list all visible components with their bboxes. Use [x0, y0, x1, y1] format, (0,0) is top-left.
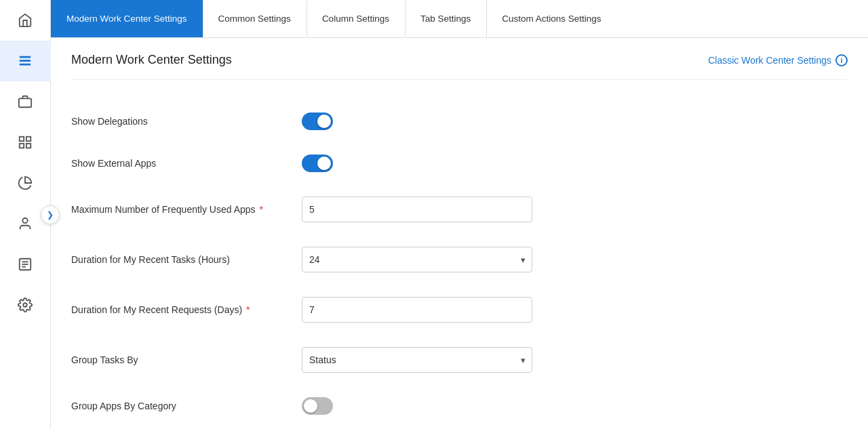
setting-row-group-tasks-by: Group Tasks By Status Priority Category …: [71, 335, 722, 385]
toggle-thumb-group-apps: [304, 399, 317, 413]
setting-control-duration-recent-requests: [302, 297, 532, 323]
svg-rect-3: [19, 98, 31, 107]
setting-row-duration-recent-tasks: Duration for My Recent Tasks (Hours) 8 1…: [71, 234, 722, 285]
setting-control-show-delegations: [302, 113, 532, 130]
toggle-thumb-show-delegations: [317, 115, 331, 128]
toggle-show-delegations[interactable]: [302, 113, 333, 130]
required-marker-max-frequently-used: *: [257, 204, 263, 215]
sidebar-item-briefcase[interactable]: [0, 81, 51, 122]
tab-common[interactable]: Common Settings: [203, 0, 307, 37]
sidebar-item-report[interactable]: [0, 244, 51, 285]
tab-column[interactable]: Column Settings: [307, 0, 405, 37]
main-panel: Modern Work Center Settings Common Setti…: [51, 0, 868, 429]
svg-point-8: [22, 218, 27, 223]
page-header: Modern Work Center Settings Classic Work…: [71, 38, 848, 80]
svg-point-13: [23, 303, 27, 307]
select-group-tasks-by[interactable]: Status Priority Category None: [302, 347, 532, 373]
sidebar-item-apps[interactable]: [0, 122, 51, 163]
setting-row-show-external-apps: Show External Apps: [71, 142, 722, 184]
sidebar-collapse-button[interactable]: ❯: [41, 205, 60, 224]
classic-link-label: Classic Work Center Settings: [708, 55, 831, 66]
select-wrapper-group-tasks-by: Status Priority Category None ▾: [302, 347, 532, 373]
tab-tab[interactable]: Tab Settings: [405, 0, 486, 37]
settings-area: Show Delegations Show External Apps: [71, 100, 722, 429]
setting-label-group-tasks-by: Group Tasks By: [71, 354, 288, 365]
setting-control-max-frequently-used: [302, 197, 532, 222]
sidebar-item-home[interactable]: [0, 0, 51, 41]
setting-control-show-external-apps: [302, 155, 532, 172]
setting-row-duration-recent-requests: Duration for My Recent Requests (Days) *: [71, 285, 722, 335]
svg-rect-1: [20, 60, 31, 62]
setting-label-show-delegations: Show Delegations: [71, 116, 288, 127]
tab-modern[interactable]: Modern Work Center Settings: [51, 0, 203, 37]
page-title: Modern Work Center Settings: [71, 53, 232, 67]
select-duration-recent-tasks[interactable]: 8 12 24 48 72: [302, 247, 532, 272]
svg-rect-5: [26, 137, 31, 141]
select-wrapper-duration-recent-tasks: 8 12 24 48 72 ▾: [302, 247, 532, 272]
sidebar-item-workcenter[interactable]: [0, 41, 51, 81]
setting-label-group-apps-by-category: Group Apps By Category: [71, 401, 288, 411]
tab-custom[interactable]: Custom Actions Settings: [486, 0, 616, 37]
required-marker-recent-requests: *: [243, 304, 250, 315]
sidebar-item-settings[interactable]: [0, 285, 51, 325]
setting-label-show-external-apps: Show External Apps: [71, 158, 288, 169]
setting-label-duration-recent-requests: Duration for My Recent Requests (Days) *: [71, 304, 288, 315]
svg-rect-4: [20, 137, 24, 141]
toggle-track-show-external-apps: [302, 155, 333, 172]
input-max-frequently-used[interactable]: [302, 197, 532, 222]
setting-control-group-apps-by-category: [302, 397, 532, 415]
setting-row-max-frequently-used: Maximum Number of Frequently Used Apps *: [71, 184, 722, 234]
sidebar-item-chart[interactable]: [0, 163, 51, 203]
info-icon: i: [835, 54, 848, 66]
setting-control-duration-recent-tasks: 8 12 24 48 72 ▾: [302, 247, 532, 272]
setting-label-duration-recent-tasks: Duration for My Recent Tasks (Hours): [71, 254, 288, 265]
setting-label-max-frequently-used: Maximum Number of Frequently Used Apps *: [71, 204, 288, 215]
input-duration-recent-requests[interactable]: [302, 297, 532, 323]
sidebar: ❯: [0, 0, 51, 429]
svg-rect-0: [20, 56, 31, 58]
toggle-show-external-apps[interactable]: [302, 155, 333, 172]
svg-rect-6: [20, 144, 24, 148]
svg-rect-2: [20, 64, 31, 66]
classic-work-center-link[interactable]: Classic Work Center Settings i: [708, 54, 848, 66]
toggle-track-show-delegations: [302, 113, 333, 130]
setting-row-group-apps-by-category: Group Apps By Category: [71, 385, 722, 427]
toggle-group-apps-by-category[interactable]: [302, 397, 333, 415]
setting-row-show-delegations: Show Delegations: [71, 100, 722, 142]
setting-control-group-tasks-by: Status Priority Category None ▾: [302, 347, 532, 373]
tab-bar: Modern Work Center Settings Common Setti…: [51, 0, 868, 38]
toggle-thumb-show-external-apps: [317, 157, 331, 170]
content-area: Modern Work Center Settings Classic Work…: [51, 38, 868, 429]
svg-rect-7: [26, 144, 31, 148]
toggle-track-group-apps: [302, 397, 333, 415]
